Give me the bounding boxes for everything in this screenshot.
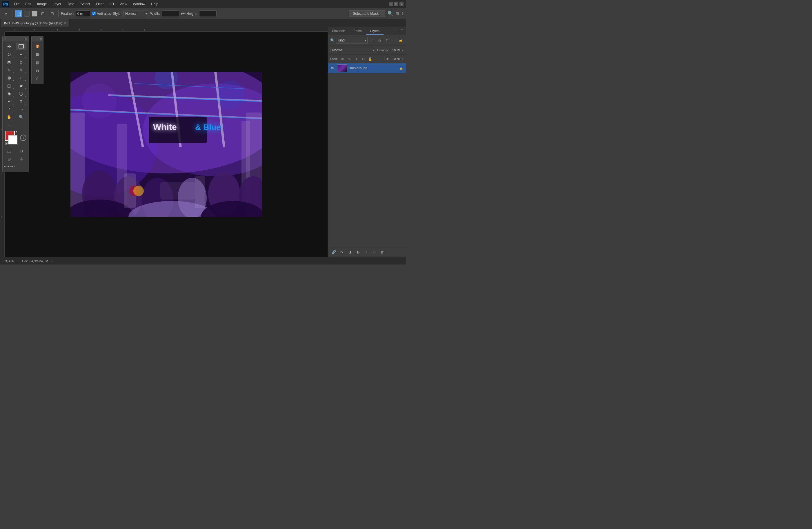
layout-button[interactable]: ⊞: [396, 11, 399, 16]
panel2-expand-icon[interactable]: »: [37, 38, 38, 40]
menu-image[interactable]: Image: [35, 1, 49, 7]
adjustment-filter-icon[interactable]: ◑: [377, 38, 383, 43]
pen-tool[interactable]: ✒ ▼: [4, 98, 14, 105]
background-color-box[interactable]: [8, 135, 18, 145]
menu-type[interactable]: Type: [64, 1, 77, 7]
lasso-tool[interactable]: ⬡ ▼: [4, 51, 14, 58]
canvas-content[interactable]: White & Blue: [5, 32, 328, 257]
close-button[interactable]: ✕: [400, 2, 404, 6]
link-layers-button[interactable]: 🔗: [330, 249, 337, 255]
status-expand-arrow[interactable]: ›: [52, 259, 53, 263]
more-tools[interactable]: ···: [4, 121, 14, 128]
tab-close-icon[interactable]: ✕: [64, 22, 67, 25]
rect-marquee-tool-btn[interactable]: ⬚: [15, 10, 22, 17]
add-to-selection-btn[interactable]: ⊞: [39, 10, 47, 17]
navigator-tool[interactable]: ✣: [16, 155, 26, 163]
menu-filter[interactable]: Filter: [93, 1, 106, 7]
type-tool[interactable]: T ▼: [16, 98, 26, 105]
menu-view[interactable]: View: [117, 1, 130, 7]
lock-all-icon[interactable]: 🔒: [367, 56, 373, 62]
opacity-chevron[interactable]: ▾: [402, 49, 404, 52]
artboard-tool[interactable]: ⊞: [4, 155, 14, 163]
swap-wh-button[interactable]: ⇌: [181, 11, 185, 16]
type-filter-icon[interactable]: T: [384, 38, 390, 43]
eyedropper-tool[interactable]: ⊘ ▼: [16, 58, 26, 66]
menu-select[interactable]: Select: [78, 1, 92, 7]
add-mask-button[interactable]: ◑: [346, 249, 353, 255]
floating-toolbox-close-icon[interactable]: ✕: [24, 37, 27, 41]
maximize-button[interactable]: □: [394, 2, 398, 6]
gradients-tool[interactable]: ▤: [33, 59, 42, 67]
menu-edit[interactable]: Edit: [23, 1, 34, 7]
lock-artboard-icon[interactable]: ⊟: [360, 56, 366, 62]
fx-button[interactable]: fx: [338, 249, 345, 255]
minimize-button[interactable]: ─: [389, 2, 393, 6]
canvas-area[interactable]: -1 0 1 2 3 4 5 0 1 2 3 4: [0, 27, 328, 257]
shape-filter-icon[interactable]: ▭: [391, 38, 396, 43]
floating-toolbox-collapse-icon[interactable]: «: [4, 38, 6, 40]
frame-tool[interactable]: ⬚: [4, 147, 14, 155]
dodge-tool[interactable]: ◯ ▼: [16, 90, 26, 97]
quick-select-tool[interactable]: ✦ ▼: [16, 51, 26, 58]
healing-tool[interactable]: ⊕ ▼: [4, 66, 14, 74]
brush-tool[interactable]: ✎ ▼: [16, 66, 26, 74]
share-button[interactable]: ⤴: [402, 11, 404, 16]
blur-tool[interactable]: ◉ ▼: [4, 90, 14, 97]
patterns-tool[interactable]: ⊟: [33, 67, 42, 74]
background-color-btn[interactable]: [32, 11, 38, 16]
smart-filter-icon[interactable]: 🔒: [398, 38, 404, 43]
style-select-wrapper[interactable]: Normal Fixed Ratio Fixed Size: [123, 10, 148, 17]
swap-colors-icon[interactable]: ↗: [15, 130, 18, 134]
opacity-value[interactable]: 100%: [391, 48, 400, 52]
select-and-mask-button[interactable]: Select and Mask...: [349, 10, 385, 17]
channels-tab[interactable]: Channels: [328, 27, 349, 35]
wave-tool[interactable]: 〜〜〜: [4, 163, 14, 171]
new-layer-button[interactable]: ⊡: [371, 249, 378, 255]
menu-3d[interactable]: 3D: [107, 1, 116, 7]
history-brush-tool[interactable]: ↩ ▼: [16, 74, 26, 82]
gradient-tool[interactable]: ▰ ▼: [16, 82, 26, 89]
anti-alias-checkbox-label[interactable]: Anti-alias: [92, 12, 111, 16]
foreground-color-btn[interactable]: [24, 11, 30, 16]
adjustments-tool[interactable]: ☾: [33, 75, 42, 83]
swatches-tool[interactable]: ⊞: [33, 51, 42, 58]
menu-file[interactable]: File: [12, 1, 22, 7]
height-input[interactable]: [199, 11, 217, 17]
feather-input[interactable]: [76, 11, 90, 17]
menu-window[interactable]: Window: [131, 1, 148, 7]
path-select-tool[interactable]: ↗ ▼: [4, 105, 14, 113]
new-group-button[interactable]: ⊞: [363, 249, 369, 255]
search-button[interactable]: 🔍: [388, 11, 393, 16]
layers-tab[interactable]: Layers: [366, 27, 383, 35]
paths-tab[interactable]: Paths: [349, 27, 365, 35]
panel2-close-icon[interactable]: ✕: [40, 37, 42, 41]
screen-mode-tool[interactable]: ⊡: [16, 147, 26, 155]
move-tool[interactable]: ✛: [4, 43, 14, 50]
quick-mask-btn[interactable]: ○: [20, 134, 26, 141]
fill-chevron[interactable]: ▾: [402, 57, 404, 61]
pixel-filter-icon[interactable]: ⬚: [370, 38, 376, 43]
delete-layer-button[interactable]: 🗑: [379, 249, 386, 255]
color-wheel-tool[interactable]: 🎨: [33, 43, 42, 50]
document-tab[interactable]: IMG_2949~photo.jpg @ 33,3% (RGB/8#) ✕: [1, 19, 70, 27]
width-input[interactable]: [162, 11, 179, 17]
lock-image-pixels-icon[interactable]: ✎: [346, 56, 352, 62]
home-button[interactable]: ⌂: [2, 10, 10, 17]
style-select[interactable]: Normal Fixed Ratio Fixed Size: [123, 10, 148, 17]
anti-alias-checkbox[interactable]: [92, 12, 96, 15]
panel-menu-icon[interactable]: ☰: [398, 27, 406, 35]
lock-position-icon[interactable]: ✛: [353, 56, 359, 62]
kind-select-wrapper[interactable]: Kind: [336, 37, 367, 44]
lock-transparent-pixels-icon[interactable]: ⊞: [339, 56, 345, 62]
menu-help[interactable]: Help: [149, 1, 161, 7]
layer-visibility-eye[interactable]: 👁: [330, 66, 335, 71]
fill-value[interactable]: 100%: [391, 57, 400, 61]
crop-tool[interactable]: ⬒ ▼: [4, 58, 14, 66]
rect-marquee-float-tool[interactable]: ▼: [16, 43, 26, 50]
menu-layer[interactable]: Layer: [50, 1, 63, 7]
subtract-from-selection-btn[interactable]: ⊟: [48, 10, 56, 17]
eraser-tool[interactable]: ◫ ▼: [4, 82, 14, 89]
layer-item-background[interactable]: 👁 Background 🔒: [328, 63, 406, 73]
new-adjustment-layer-button[interactable]: ◐: [354, 249, 362, 255]
hand-tool[interactable]: ✋: [4, 113, 14, 121]
